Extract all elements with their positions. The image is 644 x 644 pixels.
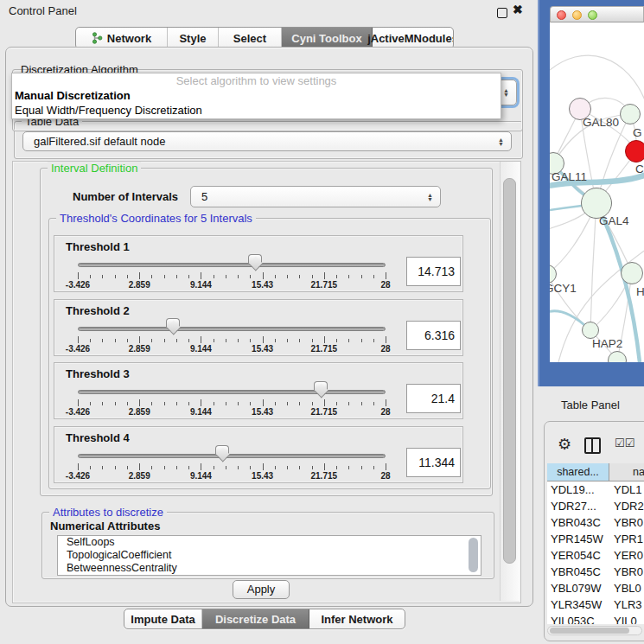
tab-cyni-toolbox[interactable]: Cyni Toolbox [282,28,373,48]
zoom-traffic-light-icon[interactable] [588,10,597,20]
tab-discretize-data-label: Discretize Data [215,613,296,626]
column-header-name[interactable]: na [609,463,644,481]
minimize-traffic-light-icon[interactable] [572,10,582,20]
tab-cyni-toolbox-label: Cyni Toolbox [291,32,361,45]
close-traffic-light-icon[interactable] [557,10,566,20]
cell-name[interactable]: YDL1 [609,481,644,498]
threshold-value-field[interactable]: 14.713 [406,257,461,286]
tab-infer-network[interactable]: Infer Network [309,609,405,628]
cell-name[interactable]: YDR2 [609,498,644,514]
cell-shared-name[interactable]: YDR27... [547,498,609,514]
interval-definition-group-label: Interval Definition [48,162,141,175]
table-row[interactable]: YBR045CYBR0 [547,564,644,580]
close-window-icon[interactable]: ✖ [513,3,523,16]
table-row[interactable]: YDR27...YDR2 [547,498,644,514]
gear-icon[interactable]: ⚙ [558,435,571,454]
attributes-group-label: Attributes to discretize [49,506,167,519]
tab-jactivemnodules-label: jActiveMNodules [367,32,454,45]
table-data-combobox[interactable]: galFiltered.sif default node ▲▼ [22,131,512,151]
threshold-value-field[interactable]: 21.4 [406,384,461,413]
table-row[interactable]: YLR345WYLR3 [547,596,644,613]
network-window-titlebar [550,6,644,22]
cell-shared-name[interactable]: YLR345W [547,596,609,613]
slider-track[interactable] [78,390,386,394]
settings-vertical-scrollbar[interactable] [500,162,520,601]
network-node[interactable] [625,140,644,163]
threshold-row: Threshold 2 -3.4262.8599.14415.4321.7152… [54,299,463,356]
cell-name[interactable]: YIL0 [609,613,644,624]
dropdown-item-equal-width-frequency[interactable]: Equal Width/Frequency Discretization [12,103,501,118]
column-header-shared-name[interactable]: shared... [547,463,609,481]
table-row[interactable]: YDL19...YDL1 [547,481,644,498]
columns-icon[interactable] [584,437,601,454]
threshold-label: Threshold 2 [66,304,130,317]
attribute-item[interactable]: TopologicalCoefficient [58,549,481,562]
slider-thumb[interactable] [248,254,262,271]
tab-select[interactable]: Select [219,28,282,48]
thresholds-group-label: Threshold's Coordinates for 5 Intervals [56,212,256,225]
attribute-item[interactable]: SelfLoops [58,536,481,549]
tab-jactivemnodules[interactable]: jActiveMNodules [373,28,453,48]
table-row[interactable]: YIL053CYIL0 [547,613,644,624]
slider-track[interactable] [78,263,386,267]
table-horizontal-scrollbar[interactable] [547,626,642,635]
threshold-row: Threshold 3 -3.4262.8599.14415.4321.7152… [54,362,463,419]
network-node-label: GAL4 [599,214,629,227]
attribute-item[interactable]: BetweennessCentrality [58,562,481,575]
slider-thumb[interactable] [215,445,229,462]
network-node[interactable] [621,262,643,284]
table-row[interactable]: YBR043CYBR0 [547,514,644,531]
apply-button[interactable]: Apply [233,580,290,599]
threshold-row: Threshold 4 -3.4262.8599.14415.4321.7152… [54,426,463,483]
tab-network-label: Network [107,32,151,45]
cell-shared-name[interactable]: YBR045C [547,564,609,580]
cell-shared-name[interactable]: YIL053C [547,613,609,624]
number-of-intervals-label: Number of Intervals [73,190,178,203]
slider-track[interactable] [78,454,386,458]
dropdown-item-manual-discretization[interactable]: Manual Discretization [12,88,501,103]
tab-style[interactable]: Style [168,28,219,48]
table-row[interactable]: YPR145WYPR1 [547,531,644,547]
tab-impute-data[interactable]: Impute Data [124,609,202,628]
slider-track[interactable] [78,327,386,331]
cell-name[interactable]: YBL0 [609,580,644,596]
scrollbar-thumb[interactable] [550,628,629,634]
number-of-intervals-combobox[interactable]: 5 ▲▼ [190,186,441,207]
cell-name[interactable]: YER0 [609,547,644,564]
tab-style-label: Style [179,32,206,45]
cell-name[interactable]: YBR0 [609,564,644,580]
cell-shared-name[interactable]: YER054C [547,547,609,564]
slider-thumb[interactable] [166,318,180,335]
checkbox-icons[interactable]: ☑☑ [615,437,634,450]
cell-shared-name[interactable]: YPR145W [547,531,609,547]
table-body: YDL19...YDL1YDR27...YDR2YBR043CYBR0YPR14… [547,481,644,624]
tab-discretize-data[interactable]: Discretize Data [202,609,309,628]
threshold-label: Threshold 3 [66,367,130,380]
threshold-row: Threshold 1 -3.4262.8599.14415.4321.7152… [54,235,463,292]
tab-network[interactable]: Network [76,28,168,48]
cell-shared-name[interactable]: YDL19... [547,481,609,498]
network-node-label: GAL80 [583,116,619,129]
attributes-scrollbar-thumb[interactable] [469,538,478,572]
cell-name[interactable]: YBR0 [609,514,644,531]
network-node-label: GAL11 [552,170,587,183]
table-header: shared... na [547,463,644,481]
cell-name[interactable]: YPR1 [609,531,644,547]
network-node[interactable] [582,322,599,339]
network-node[interactable] [620,104,641,124]
cell-name[interactable]: YLR3 [609,596,644,613]
table-row[interactable]: YER054CYER0 [547,547,644,564]
node-table: shared... na YDL19...YDL1YDR27...YDR2YBR… [547,463,644,624]
tab-impute-data-label: Impute Data [131,613,194,626]
numerical-attributes-list: SelfLoopsTopologicalCoefficientBetweenne… [57,535,481,576]
scrollbar-thumb[interactable] [503,178,516,564]
threshold-value-field[interactable]: 6.316 [406,321,461,350]
cell-shared-name[interactable]: YBL079W [547,580,609,596]
threshold-value-field[interactable]: 11.344 [406,448,461,477]
dropdown-item-placeholder[interactable]: Select algorithm to view settings [12,73,501,88]
cell-shared-name[interactable]: YBR043C [547,514,609,531]
table-row[interactable]: YBL079WYBL0 [547,580,644,596]
network-canvas[interactable]: GAL80GCGAL11GAL4GCY1HHAP2 [550,22,644,362]
restore-window-icon[interactable] [497,8,507,18]
slider-thumb[interactable] [314,381,328,398]
